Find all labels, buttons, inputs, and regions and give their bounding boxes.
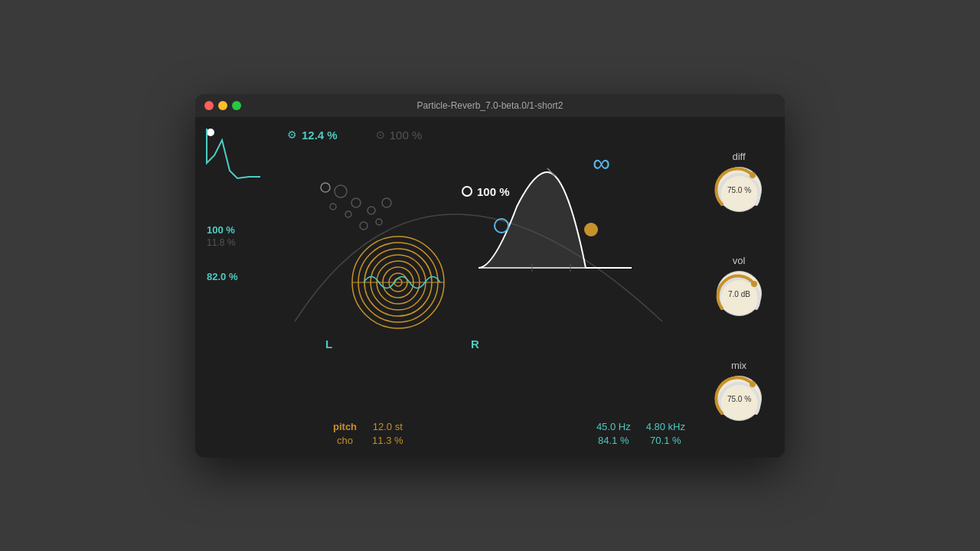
- waveform-display: [203, 125, 264, 201]
- pitch-value: 12.0 st: [373, 421, 403, 432]
- center-panel: ⚙ 12.4 % ⊙ 100 % 1: [279, 125, 701, 450]
- pitch-icon: ⚙: [287, 129, 297, 141]
- orange-disc[interactable]: [348, 233, 448, 332]
- svg-point-27: [750, 172, 756, 178]
- bell-curve-svg: [471, 168, 639, 283]
- pitch-control-group[interactable]: ⚙ 12.4 %: [287, 129, 338, 142]
- svg-point-23: [495, 219, 508, 233]
- close-button[interactable]: [204, 101, 214, 110]
- pan-control-group[interactable]: ⊙ 100 %: [376, 129, 423, 142]
- svg-point-30: [751, 281, 757, 287]
- diff-label: diff: [732, 151, 745, 162]
- minimize-button[interactable]: [218, 101, 227, 110]
- vol-knob-section: vol 7.0 dB: [714, 255, 764, 318]
- maximize-button[interactable]: [232, 101, 241, 110]
- lr-left-label: L: [325, 337, 332, 350]
- pitch-cho-section: pitch cho 12.0 st 11.3 %: [333, 421, 403, 446]
- disc-svg: [348, 233, 448, 332]
- svg-point-10: [330, 204, 336, 210]
- pan-icon: ⊙: [376, 129, 385, 141]
- percent-100-label: 100 %: [207, 224, 235, 236]
- freq-low-value: 45.0 Hz: [596, 421, 631, 432]
- vol-knob-svg: 7.0 dB: [714, 269, 764, 318]
- svg-point-7: [360, 222, 368, 230]
- freq-high-pct: 70.1 %: [650, 435, 681, 446]
- diff-knob-section: diff 75.0 %: [714, 151, 764, 214]
- infinity-symbol[interactable]: ∞: [593, 149, 609, 178]
- svg-point-5: [368, 207, 375, 214]
- main-content: 100 % 11.8 % 82.0 % ⚙ 12.4 % ⊙ 100 %: [195, 117, 785, 458]
- pitch-control-value: 12.4 %: [302, 129, 338, 142]
- traffic-lights: [204, 101, 241, 110]
- svg-point-3: [335, 185, 347, 197]
- lr-right-label: R: [471, 337, 479, 350]
- svg-point-6: [345, 211, 351, 217]
- viz-area: 100 % L R: [279, 145, 701, 419]
- vol-label: vol: [733, 255, 746, 266]
- cho-label: cho: [337, 435, 353, 446]
- diff-knob[interactable]: 75.0 %: [714, 165, 764, 214]
- bell-curve-container: [471, 168, 639, 276]
- pan-control-value: 100 %: [390, 129, 423, 142]
- pitch-values: 12.0 st 11.3 %: [372, 421, 403, 446]
- pitch-param: pitch cho: [333, 421, 357, 446]
- pitch-label: pitch: [333, 421, 357, 432]
- window-title: Particle-Reverb_7.0-beta.0/1-short2: [417, 100, 564, 111]
- freq-low-col: 45.0 Hz 84.1 %: [596, 421, 631, 446]
- svg-point-4: [351, 198, 361, 207]
- mix-knob-section: mix 75.0 %: [714, 360, 764, 423]
- svg-point-33: [750, 381, 756, 387]
- mix-knob[interactable]: 75.0 %: [714, 373, 764, 423]
- title-bar: Particle-Reverb_7.0-beta.0/1-short2: [195, 94, 785, 117]
- freq-low-pct: 84.1 %: [598, 435, 629, 446]
- svg-point-9: [382, 198, 391, 207]
- top-controls: ⚙ 12.4 % ⊙ 100 %: [279, 125, 701, 145]
- cho-value: 11.3 %: [372, 435, 403, 446]
- percent-118-label: 11.8 %: [207, 237, 235, 248]
- left-panel: 100 % 11.8 % 82.0 %: [203, 125, 279, 450]
- diff-knob-svg: 75.0 %: [714, 165, 764, 214]
- right-panel: diff 75.0 % vol: [701, 125, 777, 450]
- svg-text:75.0 %: 75.0 %: [727, 186, 750, 194]
- svg-point-24: [584, 223, 598, 236]
- main-window: Particle-Reverb_7.0-beta.0/1-short2 100 …: [195, 94, 785, 458]
- svg-text:75.0 %: 75.0 %: [727, 395, 750, 403]
- svg-text:7.0 dB: 7.0 dB: [728, 290, 750, 298]
- freq-high-col: 4.80 kHz 70.1 %: [646, 421, 685, 446]
- freq-section: 45.0 Hz 84.1 % 4.80 kHz 70.1 %: [596, 421, 685, 446]
- freq-high-value: 4.80 kHz: [646, 421, 685, 432]
- vol-knob[interactable]: 7.0 dB: [714, 269, 764, 318]
- percent-82-label: 82.0 %: [207, 271, 237, 282]
- mix-knob-svg: 75.0 %: [714, 373, 764, 423]
- svg-point-8: [376, 219, 382, 225]
- bottom-params: pitch cho 12.0 st 11.3 % 45.0 Hz 84.1 %: [279, 419, 701, 450]
- mix-label: mix: [731, 360, 746, 371]
